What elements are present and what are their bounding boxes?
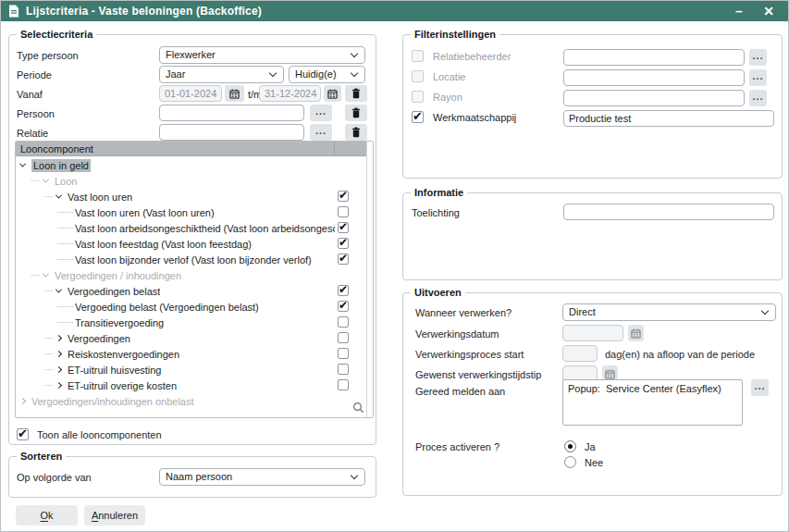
tree-row-checkbox[interactable] bbox=[338, 379, 349, 390]
ellipsis-icon: ... bbox=[752, 91, 763, 102]
tree-row[interactable]: Vast loon arbeidsongeschiktheid (Vast lo… bbox=[16, 220, 368, 236]
werkmaatschappij-checkbox[interactable] bbox=[412, 111, 424, 123]
tree-connector-line bbox=[44, 369, 53, 370]
chevron-down-icon[interactable] bbox=[55, 192, 62, 199]
annuleren-button[interactable]: Annuleren bbox=[84, 505, 145, 526]
ok-button[interactable]: Ok bbox=[16, 505, 78, 526]
tree-row[interactable]: Transitievergoeding bbox=[16, 315, 368, 330]
chevron-down-icon[interactable] bbox=[55, 287, 62, 293]
type-persoon-select[interactable]: Flexwerker bbox=[159, 46, 365, 64]
trash-icon bbox=[351, 107, 361, 118]
tree-row-label: Vergoedingen belast bbox=[68, 286, 160, 297]
ellipsis-icon: ... bbox=[752, 50, 763, 61]
vanaf-from-calendar-button[interactable] bbox=[225, 85, 244, 102]
tree-row[interactable]: Vergoedingen/inhoudingen onbelast bbox=[16, 393, 368, 409]
verwerkingsdatum-input[interactable] bbox=[562, 325, 623, 341]
persoon-input[interactable] bbox=[159, 105, 304, 121]
close-button[interactable]: ✕ bbox=[757, 1, 781, 21]
tree-row[interactable]: Vergoedingen bbox=[16, 330, 368, 346]
vanaf-clear-button[interactable] bbox=[345, 85, 367, 102]
proces-activeren-ja-radio[interactable] bbox=[564, 440, 576, 452]
looncomponent-column-header[interactable]: Looncomponent bbox=[16, 142, 368, 156]
tree-row-checkbox[interactable] bbox=[338, 348, 349, 359]
tree-row-label: Vergoedingen / inhoudingen bbox=[55, 270, 181, 281]
gewenst-tijdstip-label: Gewenst verwerkingstijdstip bbox=[415, 369, 541, 380]
tree-row[interactable]: ET-uitruil overige kosten bbox=[16, 377, 368, 393]
chevron-right-icon[interactable] bbox=[55, 382, 62, 389]
periode-relative-select[interactable]: Huidig(e) bbox=[289, 66, 365, 83]
chevron-down-icon bbox=[761, 307, 769, 315]
calendar-icon bbox=[605, 369, 615, 379]
chevron-down-icon bbox=[351, 472, 358, 479]
tree-row-checkbox[interactable] bbox=[338, 316, 349, 328]
tree-search-button[interactable] bbox=[352, 402, 364, 415]
tree-row[interactable]: Vergoedingen / inhoudingen bbox=[16, 267, 368, 283]
gereed-melden-more-button[interactable]: ... bbox=[751, 379, 769, 396]
tree-row[interactable]: Vergoedingen belast bbox=[16, 283, 368, 299]
trash-icon bbox=[351, 127, 361, 138]
chevron-right-icon[interactable] bbox=[19, 398, 26, 404]
chevron-down-icon[interactable] bbox=[43, 177, 49, 183]
relatie-clear-button[interactable] bbox=[345, 124, 367, 141]
verwerkingsproces-start-input[interactable] bbox=[562, 345, 598, 362]
locatie-input[interactable] bbox=[563, 69, 745, 86]
tree-row-checkbox[interactable] bbox=[338, 254, 349, 265]
sorteren-group: Sorteren Op volgorde van Naam persoon bbox=[8, 456, 376, 498]
trash-icon bbox=[351, 88, 361, 99]
relatie-input[interactable] bbox=[159, 124, 304, 141]
chevron-right-icon[interactable] bbox=[55, 335, 62, 341]
tree-row-checkbox[interactable] bbox=[338, 238, 349, 249]
tree-row[interactable]: Loon bbox=[16, 173, 368, 189]
tree-row-checkbox[interactable] bbox=[338, 364, 349, 375]
tree-row-checkbox[interactable] bbox=[338, 301, 349, 312]
locatie-checkbox[interactable] bbox=[412, 70, 424, 82]
chevron-down-icon[interactable] bbox=[43, 271, 49, 278]
tree-row[interactable]: Reiskostenvergoedingen bbox=[16, 346, 368, 362]
relatiebeheerder-more-button[interactable]: ... bbox=[749, 49, 767, 66]
tree-row[interactable]: Vast loon feestdag (Vast loon feestdag) bbox=[16, 236, 368, 252]
relatiebeheerder-input[interactable] bbox=[563, 49, 745, 66]
tree-row-checkbox[interactable] bbox=[338, 285, 349, 296]
relatie-more-button[interactable]: ... bbox=[310, 124, 332, 141]
chevron-right-icon[interactable] bbox=[55, 351, 62, 357]
rayon-checkbox[interactable] bbox=[412, 91, 424, 103]
tree-row[interactable]: Vast loon uren (Vast loon uren) bbox=[16, 204, 368, 220]
rayon-more-button[interactable]: ... bbox=[749, 90, 767, 106]
toelichting-input[interactable] bbox=[563, 204, 774, 220]
persoon-more-button[interactable]: ... bbox=[310, 105, 332, 121]
periode-select[interactable]: Jaar bbox=[159, 66, 284, 83]
verwerkingsdatum-calendar-button[interactable] bbox=[628, 325, 644, 341]
chevron-right-icon[interactable] bbox=[55, 366, 62, 373]
tree-connector-line bbox=[31, 180, 40, 181]
volgorde-label: Op volgorde van bbox=[17, 472, 92, 483]
relatiebeheerder-checkbox[interactable] bbox=[412, 50, 424, 62]
chevron-down-icon[interactable] bbox=[19, 161, 26, 167]
proces-activeren-nee-radio[interactable] bbox=[564, 456, 576, 468]
toon-alle-checkbox[interactable] bbox=[17, 428, 29, 440]
tree-connector-line bbox=[44, 338, 53, 339]
minimize-button[interactable]: – bbox=[727, 1, 751, 21]
tree-row[interactable]: ET-uitruil huisvesting bbox=[16, 362, 368, 377]
tree-row-checkbox[interactable] bbox=[338, 222, 349, 233]
werkmaatschappij-input[interactable]: Productie test bbox=[563, 110, 774, 127]
tree-row[interactable]: Vergoeding belast (Vergoedingen belast) bbox=[16, 299, 368, 315]
tree-row[interactable]: Vast loon bijzonder verlof (Vast loon bi… bbox=[16, 252, 368, 267]
vanaf-from-input[interactable]: 01-01-2024 bbox=[159, 85, 222, 102]
wanneer-verwerken-select[interactable]: Direct bbox=[562, 303, 776, 321]
rayon-input[interactable] bbox=[563, 90, 745, 106]
tree-row-checkbox[interactable] bbox=[338, 332, 349, 343]
volgorde-select[interactable]: Naam persoon bbox=[159, 468, 365, 486]
vanaf-to-calendar-button[interactable] bbox=[324, 85, 341, 102]
verwerkingsproces-start-suffix: dag(en) na afloop van de periode bbox=[605, 349, 755, 360]
tree-row[interactable]: Loon in geld bbox=[16, 157, 368, 173]
tree-row-checkbox[interactable] bbox=[338, 206, 349, 217]
relatie-label: Relatie bbox=[17, 128, 48, 139]
tree-row[interactable]: Vast loon uren bbox=[16, 189, 368, 204]
persoon-clear-button[interactable] bbox=[345, 105, 367, 121]
locatie-more-button[interactable]: ... bbox=[749, 69, 767, 86]
tree-row-checkbox[interactable] bbox=[338, 191, 349, 202]
vanaf-to-input[interactable]: 31-12-2024 bbox=[259, 85, 321, 102]
tree-connector-line bbox=[57, 228, 73, 229]
dialog-window: Lijstcriteria - Vaste beloningen (Backof… bbox=[0, 0, 789, 532]
gereed-melden-textarea[interactable]: Popup: Service Center (Easyflex) bbox=[562, 379, 743, 426]
